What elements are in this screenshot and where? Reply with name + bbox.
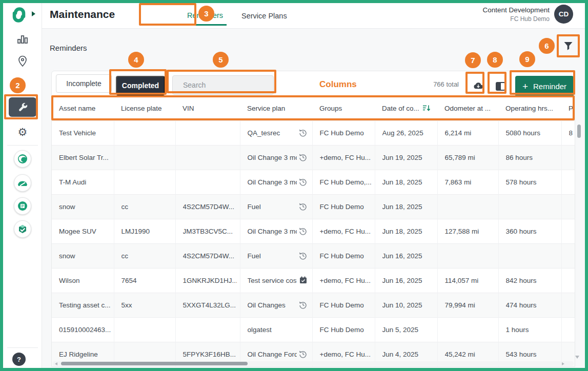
column-header-label: License plate <box>121 105 162 112</box>
column-header-label: Asset name <box>59 105 95 112</box>
cell-text: +demo, FC Hu... <box>320 154 372 161</box>
cell-text: FC Hub Demo <box>320 326 372 334</box>
cell-license_plate <box>114 145 175 170</box>
table-row[interactable]: T-M AudiOil Change 3 mo...FC Hub Demo,..… <box>52 170 575 194</box>
sidebar-item-analytics[interactable] <box>3 34 42 47</box>
column-header-date_completed[interactable]: Date of co... <box>375 97 437 120</box>
plus-icon: + <box>522 81 528 91</box>
cell-vin <box>175 145 240 170</box>
column-header-odometer[interactable]: Odometer at ... <box>437 97 498 120</box>
cell-odometer: 79,994 mi <box>437 293 498 317</box>
app-logo-icon[interactable] <box>9 5 29 27</box>
cell-text: FC Hub Demo <box>320 129 372 137</box>
column-header-label: Groups <box>319 105 342 112</box>
cell-text: Oil Change 3 mo... <box>248 154 297 161</box>
cell-asset: Test Vehicle <box>52 120 114 145</box>
table-row[interactable]: 015910002463...olgatestFC Hub DemoJun 5,… <box>52 317 575 342</box>
filter-button[interactable] <box>557 34 580 57</box>
table-row[interactable]: snowcc4S2CM57D4W...FuelFC Hub DemoJun 16… <box>52 243 575 268</box>
table-row[interactable]: Test VehicleQA_tesrecFC Hub DemoAug 26, … <box>52 120 575 145</box>
table-row[interactable]: Elbert Solar Tr...Oil Change 3 mo...+dem… <box>52 145 575 170</box>
cell-asset: snow <box>52 243 114 268</box>
cell-operating_hours: 360 hours <box>498 219 561 243</box>
cell-text: +demo, FC Hu... <box>320 277 372 284</box>
column-header-groups[interactable]: Groups <box>312 97 375 120</box>
cell-groups: +demo, FC Hu... <box>312 219 375 243</box>
cell-text: Jun 16, 2025 <box>382 252 434 260</box>
cell-groups: FC Hub Demo <box>312 194 375 219</box>
cell-text: 543 hours <box>506 351 558 358</box>
cell-license_plate: 7654 <box>114 268 175 293</box>
scroll-right-icon[interactable] <box>562 362 564 365</box>
cell-text: Oil Change 3 mo... <box>248 178 297 186</box>
avatar[interactable]: CD <box>554 5 573 24</box>
cell-service_plan: Oil Change 3 mo... <box>240 170 312 194</box>
app-switcher-icon-3[interactable] <box>14 197 31 215</box>
add-reminder-button[interactable]: + Reminder <box>515 76 574 96</box>
cell-license_plate <box>114 170 175 194</box>
account-info: Content Development FC Hub Demo <box>482 6 550 23</box>
cell-odometer: 6,214 mi <box>437 120 498 145</box>
column-header-service_plan[interactable]: Service plan <box>240 97 312 120</box>
sort-descending-icon[interactable] <box>422 105 431 112</box>
cell-text: FC Hub Demo <box>320 203 372 211</box>
incomplete-tab-button[interactable]: Incomplete <box>56 74 112 93</box>
cell-operating_hours: 5080 hours <box>498 120 561 145</box>
sidebar-item-settings[interactable]: ⚙ <box>3 127 42 138</box>
download-icon <box>473 80 483 92</box>
cell-vin: JM3TB3CV5C... <box>175 219 240 243</box>
sidebar: ⚙ ? <box>3 3 42 368</box>
cell-vin <box>175 317 240 342</box>
column-header-label: Service plan <box>247 105 285 112</box>
completed-tab-button[interactable]: Completed <box>116 76 165 95</box>
columns-button[interactable] <box>492 77 509 95</box>
history-icon <box>299 227 307 235</box>
scroll-down-icon[interactable] <box>575 356 579 359</box>
column-header-asset[interactable]: Asset name <box>52 97 114 120</box>
tab-reminders[interactable]: Reminders <box>184 6 227 26</box>
cell-odometer <box>437 194 498 219</box>
cell-service_plan: Fuel <box>240 194 312 219</box>
app-switcher-icon-2[interactable] <box>14 174 31 192</box>
column-header-label: Odometer at ... <box>444 105 491 112</box>
cell-text: 7654 <box>121 277 172 284</box>
table-row[interactable]: Testing asset c...5xx5XXGT4L32LG...Oil C… <box>52 293 575 317</box>
sidebar-item-map[interactable] <box>3 55 42 69</box>
sidebar-item-maintenance[interactable] <box>9 97 36 117</box>
search-input[interactable] <box>182 80 277 90</box>
cell-text: Jun 18, 2025 <box>382 228 434 235</box>
reminders-table: Asset nameLicense plateVINService planGr… <box>52 97 575 366</box>
help-button[interactable]: ? <box>12 353 26 366</box>
column-header-pto_hours[interactable]: PT <box>561 97 575 120</box>
top-header: Maintenance Reminders Service Plans Cont… <box>42 3 585 29</box>
export-button[interactable] <box>470 77 486 95</box>
cell-operating_hours: 1 hours <box>498 317 561 342</box>
table-row[interactable]: Mogee SUVLMJ1990JM3TB3CV5C...Oil Change … <box>52 219 575 243</box>
app-switcher-icon-1[interactable] <box>14 150 31 168</box>
app-switcher-icon-4[interactable] <box>14 220 31 238</box>
cell-pto_hours: 80 <box>561 120 575 145</box>
cell-text: Fuel <box>248 252 297 260</box>
search-field[interactable] <box>172 75 274 95</box>
cell-operating_hours: 86 hours <box>498 145 561 170</box>
table-row[interactable]: Wilson76541GNKRJKD1HJ...Test service cos… <box>52 268 575 293</box>
column-header-license_plate[interactable]: License plate <box>114 97 175 120</box>
cell-license_plate: 5xx <box>114 293 175 317</box>
scroll-left-icon[interactable] <box>55 362 57 365</box>
tab-service-plans[interactable]: Service Plans <box>241 6 287 26</box>
horizontal-scrollbar[interactable] <box>53 361 574 366</box>
column-header-label: Operating hrs... <box>505 105 553 112</box>
cell-text: cc <box>121 252 172 260</box>
cell-text: FC Hub Demo,... <box>320 178 372 186</box>
sidebar-expand-icon[interactable] <box>32 11 35 16</box>
vertical-scrollbar-thumb[interactable] <box>577 125 581 138</box>
horizontal-scrollbar-thumb[interactable] <box>61 362 248 365</box>
cell-text: 5XXGT4L32LG... <box>183 301 237 309</box>
table-row[interactable]: snowcc4S2CM57D4W...FuelFC Hub DemoJun 18… <box>52 194 575 219</box>
cell-vin: 1GNKRJKD1HJ... <box>175 268 240 293</box>
wrench-icon <box>17 101 28 113</box>
cell-odometer: 7,863 mi <box>437 170 498 194</box>
sidebar-divider <box>7 347 38 348</box>
column-header-operating_hours[interactable]: Operating hrs... <box>498 97 561 120</box>
column-header-vin[interactable]: VIN <box>175 97 240 120</box>
